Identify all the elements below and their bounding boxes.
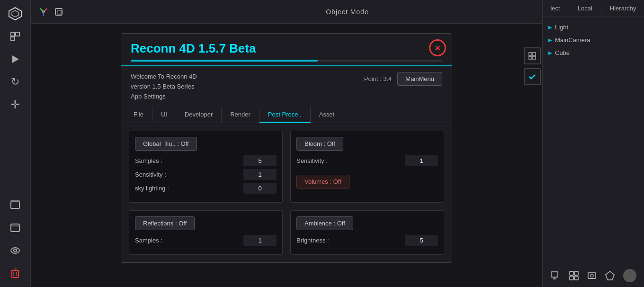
- volumes-toggle[interactable]: Volumes : Off: [296, 175, 349, 188]
- global-illum-toggle[interactable]: Global_Illu.. : Off: [135, 137, 197, 151]
- tree-arrow-light: ▶: [548, 25, 552, 30]
- reflections-samples-label: Samples :: [135, 237, 162, 244]
- info-line1: Welcome To Reconn 4D: [131, 72, 197, 82]
- tab-render[interactable]: Render: [222, 107, 259, 123]
- tab-file[interactable]: File: [125, 107, 152, 123]
- right-sidebar-bottom: [543, 264, 644, 287]
- bloom-toggle[interactable]: Bloom : Off: [296, 137, 343, 151]
- tree-item-light[interactable]: ▶ Light: [543, 21, 644, 34]
- svg-rect-44: [588, 273, 596, 278]
- right-sidebar-header: lect | Local | Hierarchy: [543, 0, 644, 17]
- ambience-brightness-label: Brightness :: [296, 237, 329, 244]
- screen-icon[interactable]: [550, 270, 561, 281]
- reflections-panel: Reflections : Off Samples : 1: [129, 210, 283, 255]
- svg-point-45: [590, 274, 593, 277]
- global-illum-sensitivity-label: Sensitivity :: [135, 171, 166, 178]
- disc-icon[interactable]: [587, 270, 597, 281]
- layers-icon[interactable]: [5, 195, 25, 215]
- left-sidebar: ↻ ✛: [0, 0, 31, 287]
- tree-item-cube[interactable]: ▶ Cube: [543, 46, 644, 59]
- tab-ui[interactable]: UI: [152, 107, 176, 123]
- ambience-panel: Ambience : Off Brightness : 5: [290, 210, 444, 255]
- main-menu-button[interactable]: MainMenu: [397, 72, 442, 86]
- confirm-button[interactable]: [524, 68, 541, 85]
- tree-arrow-maincamera: ▶: [548, 37, 552, 43]
- dialog-header: Reconn 4D 1.5.7 Beta: [121, 34, 452, 66]
- eye-sidebar-icon[interactable]: [5, 241, 25, 260]
- tree-label-light: Light: [555, 24, 568, 31]
- main-viewport: Reconn 4D 1.5.7 Beta × Welcome To Reconn…: [31, 24, 542, 287]
- svg-rect-4: [11, 37, 15, 41]
- svg-rect-8: [11, 224, 19, 232]
- tab-post-proc[interactable]: Post Proce..: [259, 107, 311, 123]
- play-icon[interactable]: [5, 49, 25, 69]
- right-sidebar: lect | Local | Hierarchy ▶ Light ▶ MainC…: [542, 0, 644, 287]
- axis-icon: [38, 7, 49, 17]
- dialog-info-right: Point : 3.4 MainMenu: [364, 72, 442, 86]
- header-local-label[interactable]: Local: [578, 5, 592, 12]
- svg-rect-33: [529, 53, 532, 55]
- frame-fit-button[interactable]: [524, 47, 541, 64]
- refresh-icon[interactable]: ↻: [5, 72, 25, 92]
- dialog-progress-fill: [131, 60, 318, 62]
- header-hierarchy-label[interactable]: Hierarchy: [610, 5, 636, 12]
- global-illum-samples-row: Samples : 5: [135, 155, 277, 166]
- cube-topbar-icon: [54, 7, 64, 17]
- reflections-toggle[interactable]: Reflections : Off: [135, 216, 195, 230]
- header-separator: |: [568, 5, 570, 12]
- svg-rect-12: [12, 270, 18, 278]
- svg-point-10: [11, 248, 19, 253]
- svg-rect-22: [57, 10, 61, 14]
- svg-rect-7: [11, 200, 19, 202]
- tab-asset[interactable]: Asset: [311, 107, 344, 123]
- dialog-progress-bar: [131, 60, 442, 62]
- dialog-info: Welcome To Reconn 4D version 1.5 Beta Se…: [121, 66, 452, 107]
- ambience-brightness-row: Brightness : 5: [296, 235, 438, 246]
- svg-marker-5: [12, 55, 19, 63]
- ambience-toggle[interactable]: Ambience : Off: [296, 216, 353, 230]
- global-illum-samples-label: Samples :: [135, 157, 162, 164]
- ambience-brightness-value[interactable]: 5: [405, 235, 438, 246]
- tree-arrow-cube: ▶: [548, 50, 552, 55]
- info-line3: App Settings: [131, 92, 197, 102]
- circle-icon[interactable]: [623, 269, 636, 282]
- svg-rect-35: [529, 56, 532, 59]
- bloom-sensitivity-row: Sensitivity : 1: [296, 155, 438, 166]
- tree-label-cube: Cube: [555, 49, 570, 56]
- dialog: Reconn 4D 1.5.7 Beta × Welcome To Reconn…: [121, 33, 452, 263]
- svg-marker-1: [12, 10, 18, 17]
- mode-label: Object Mode: [326, 8, 368, 16]
- svg-rect-42: [570, 276, 573, 280]
- viewport-controls: [524, 47, 541, 85]
- reflections-samples-row: Samples : 1: [135, 235, 277, 246]
- tree-item-maincamera[interactable]: ▶ MainCamera: [543, 34, 644, 46]
- grid-icon[interactable]: [569, 270, 579, 281]
- bloom-sensitivity-label: Sensitivity :: [296, 157, 328, 164]
- tab-developer[interactable]: Developer: [176, 107, 222, 123]
- svg-rect-3: [16, 32, 19, 36]
- svg-rect-36: [533, 56, 536, 59]
- move-icon[interactable]: ✛: [5, 95, 25, 115]
- diamond-icon[interactable]: [605, 270, 615, 281]
- svg-rect-43: [574, 276, 578, 280]
- dialog-title: Reconn 4D 1.5.7 Beta: [131, 41, 442, 56]
- logo-icon[interactable]: [5, 4, 25, 24]
- global-illum-panel: Global_Illu.. : Off Samples : 5 Sensitiv…: [129, 131, 283, 203]
- bloom-sensitivity-value[interactable]: 1: [405, 155, 438, 166]
- reflections-samples-value[interactable]: 1: [243, 235, 277, 246]
- trash-icon[interactable]: [5, 263, 25, 283]
- tree-label-maincamera: MainCamera: [555, 36, 590, 44]
- svg-rect-37: [551, 272, 558, 277]
- box-select-icon[interactable]: [5, 27, 25, 46]
- global-illum-samples-value[interactable]: 5: [243, 155, 277, 166]
- tablet-icon[interactable]: [5, 218, 25, 238]
- header-separator2: |: [600, 5, 602, 12]
- global-illum-sensitivity-value[interactable]: 1: [243, 169, 277, 180]
- svg-rect-2: [11, 32, 15, 36]
- global-illum-sensitivity-row: Sensitivity : 1: [135, 169, 277, 180]
- header-select-label[interactable]: lect: [550, 5, 560, 12]
- scene-tree: ▶ Light ▶ MainCamera ▶ Cube: [543, 17, 644, 264]
- global-illum-skylighting-value[interactable]: 0: [243, 183, 277, 194]
- dialog-tabs: File UI Developer Render Post Proce.. As…: [121, 107, 452, 123]
- dialog-close-button[interactable]: ×: [429, 39, 446, 56]
